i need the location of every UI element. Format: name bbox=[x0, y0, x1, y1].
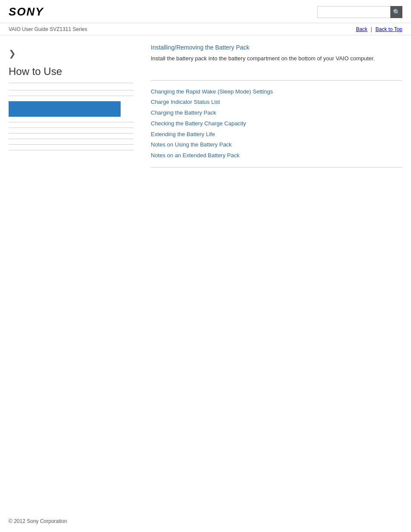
content-area: Installing/Removing the Battery Pack Ins… bbox=[142, 44, 402, 501]
search-icon: 🔍 bbox=[393, 9, 400, 16]
sidebar-divider-1 bbox=[9, 90, 134, 90]
sidebar-highlight-item[interactable] bbox=[9, 101, 121, 117]
sidebar-divider-8 bbox=[9, 150, 134, 150]
search-input[interactable] bbox=[317, 6, 390, 18]
main-container: ❯ How to Use Installing/Removing the Bat… bbox=[0, 35, 411, 509]
sidebar-divider-7 bbox=[9, 144, 134, 145]
main-section: Installing/Removing the Battery Pack Ins… bbox=[151, 44, 402, 70]
search-area: 🔍 bbox=[317, 6, 402, 18]
sub-link-6[interactable]: Notes on Using the Battery Pack bbox=[151, 140, 402, 149]
product-name: VAIO User Guide SVZ1311 Series bbox=[9, 26, 87, 32]
sub-links-section: Changing the Rapid Wake (Sleep Mode) Set… bbox=[151, 87, 402, 161]
sidebar-divider-5 bbox=[9, 133, 134, 134]
sony-logo: SONY bbox=[9, 5, 44, 19]
content-divider-1 bbox=[151, 80, 402, 81]
nav-bar: VAIO User Guide SVZ1311 Series Back | Ba… bbox=[0, 23, 411, 35]
search-button[interactable]: 🔍 bbox=[390, 6, 402, 18]
sidebar-expand-icon[interactable]: ❯ bbox=[9, 48, 134, 59]
sub-link-1[interactable]: Changing the Rapid Wake (Sleep Mode) Set… bbox=[151, 87, 402, 96]
nav-separator: | bbox=[371, 26, 372, 32]
sidebar-title: How to Use bbox=[9, 65, 134, 83]
back-to-top-link[interactable]: Back to Top bbox=[376, 26, 402, 32]
sub-link-4[interactable]: Checking the Battery Charge Capacity bbox=[151, 119, 402, 128]
sidebar-divider-2 bbox=[9, 96, 134, 96]
arrow-right-icon: ❯ bbox=[9, 49, 16, 58]
sidebar-divider-3 bbox=[9, 122, 134, 122]
back-link[interactable]: Back bbox=[356, 26, 367, 32]
sidebar: ❯ How to Use bbox=[9, 44, 142, 501]
sub-link-5[interactable]: Extending the Battery Life bbox=[151, 130, 402, 139]
footer: © 2012 Sony Corporation bbox=[0, 509, 411, 529]
main-content-description: Install the battery pack into the batter… bbox=[151, 54, 402, 63]
content-divider-2 bbox=[151, 167, 402, 168]
sub-link-2[interactable]: Charge Indicator Status List bbox=[151, 98, 402, 107]
page-header: SONY 🔍 bbox=[0, 0, 411, 23]
page-number: 25 bbox=[0, 529, 411, 532]
sidebar-divider-4 bbox=[9, 128, 134, 128]
sidebar-divider-6 bbox=[9, 139, 134, 139]
nav-links: Back | Back to Top bbox=[356, 26, 402, 32]
sub-link-3[interactable]: Charging the Battery Pack bbox=[151, 109, 402, 118]
copyright-text: © 2012 Sony Corporation bbox=[9, 518, 67, 524]
main-content-link[interactable]: Installing/Removing the Battery Pack bbox=[151, 44, 402, 51]
sub-link-7[interactable]: Notes on an Extended Battery Pack bbox=[151, 151, 402, 160]
